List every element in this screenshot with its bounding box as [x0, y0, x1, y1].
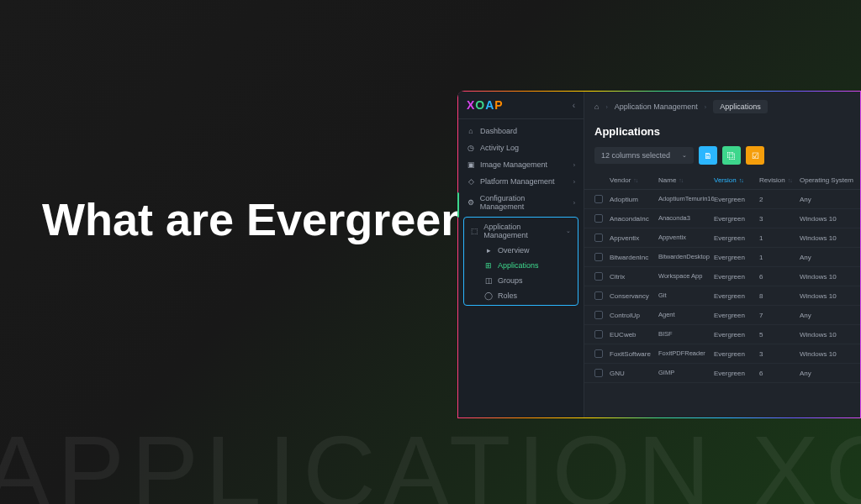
col-header-name[interactable]: Name↑↓	[658, 176, 714, 184]
cell-version: Evergreen	[714, 349, 759, 358]
sort-icon: ↑↓	[633, 177, 637, 183]
cell-os: Windows 10	[800, 234, 860, 242]
col-header-vendor[interactable]: Vendor↑↓	[610, 176, 658, 184]
nav-icon: ◫	[484, 276, 493, 285]
cell-vendor: ControlUp	[610, 311, 658, 319]
sort-icon: ↑↓	[739, 177, 743, 183]
row-checkbox[interactable]	[594, 291, 603, 300]
sidebar-collapse-icon[interactable]: ‹	[573, 101, 575, 110]
row-checkbox[interactable]	[594, 195, 603, 203]
cell-name: Git	[658, 291, 714, 300]
chevron-down-icon: ⌄	[566, 228, 571, 234]
table-row[interactable]: AdoptiumAdoptiumTemurin16Evergreen2Any	[584, 190, 860, 209]
row-checkbox[interactable]	[594, 369, 603, 377]
cell-revision: 3	[759, 349, 800, 358]
chevron-right-icon: ›	[573, 200, 575, 206]
cell-revision: 1	[759, 234, 800, 242]
table-row[interactable]: CitrixWorkspace AppEvergreen6Windows 10	[584, 267, 860, 286]
cell-name: BISF	[658, 330, 714, 339]
col-header-revision[interactable]: Revision↑↓	[759, 176, 800, 184]
copy-button[interactable]: ⿻	[722, 146, 741, 165]
sidebar-sub-roles[interactable]: ◯Roles	[464, 288, 578, 303]
cell-os: Windows 10	[800, 272, 860, 281]
row-checkbox[interactable]	[594, 272, 603, 281]
col-header-version[interactable]: Version↑↓	[714, 176, 759, 184]
table-row[interactable]: ControlUpAgentEvergreen7Any	[584, 306, 860, 325]
cell-revision: 7	[759, 311, 800, 319]
sidebar-item-application-management[interactable]: ⬚Application Management⌄	[464, 219, 578, 243]
cell-version: Evergreen	[714, 330, 759, 339]
row-checkbox[interactable]	[594, 253, 603, 261]
cell-version: Evergreen	[714, 195, 759, 203]
app-window: XOAP ‹ ⌂Dashboard◷Activity Log▣Image Man…	[457, 91, 861, 418]
nav-icon: ⊞	[484, 261, 493, 270]
table-row[interactable]: AppventixAppventixEvergreen1Windows 10	[584, 228, 860, 248]
row-checkbox[interactable]	[594, 234, 603, 242]
cell-os: Windows 10	[800, 214, 860, 223]
nav-icon: ▣	[467, 160, 475, 169]
cell-os: Windows 10	[800, 330, 860, 339]
sidebar: XOAP ‹ ⌂Dashboard◷Activity Log▣Image Man…	[458, 92, 584, 417]
cell-name: AdoptiumTemurin16	[658, 195, 714, 203]
row-checkbox[interactable]	[594, 214, 603, 223]
table-row[interactable]: ConservancyGitEvergreen8Windows 10	[584, 286, 860, 306]
home-icon[interactable]: ⌂	[594, 102, 599, 111]
table-row[interactable]: AnacondaIncAnaconda3Evergreen3Windows 10	[584, 209, 860, 228]
cell-name: GIMP	[658, 369, 714, 377]
export-button[interactable]: 🗎	[699, 146, 717, 165]
sidebar-item-dashboard[interactable]: ⌂Dashboard	[458, 123, 584, 139]
cell-os: Any	[800, 195, 860, 203]
row-checkbox[interactable]	[594, 311, 603, 319]
cell-vendor: EUCweb	[610, 330, 658, 339]
columns-selector[interactable]: 12 columns selected ⌄	[594, 147, 694, 164]
sidebar-sub-overview[interactable]: ▸Overview	[464, 243, 578, 258]
table-row[interactable]: BitwardenIncBitwardenDesktopEvergreen1An…	[584, 248, 860, 267]
confirm-button[interactable]: ☑	[746, 146, 764, 165]
nav-icon: ◯	[484, 291, 493, 300]
chevron-down-icon: ⌄	[682, 152, 687, 159]
cell-vendor: Adoptium	[610, 195, 658, 203]
cell-version: Evergreen	[714, 291, 759, 300]
cell-revision: 8	[759, 291, 800, 300]
table-row[interactable]: EUCwebBISFEvergreen5Windows 10	[584, 325, 860, 344]
cell-revision: 6	[759, 272, 800, 281]
cell-name: Workspace App	[658, 272, 714, 281]
nav-icon: ⬚	[471, 227, 478, 235]
cell-os: Windows 10	[800, 291, 860, 300]
row-checkbox[interactable]	[594, 349, 603, 358]
cell-version: Evergreen	[714, 311, 759, 319]
page-title: Applications	[584, 122, 860, 146]
sidebar-item-platform-management[interactable]: ◇Platform Management›	[458, 173, 584, 190]
breadcrumb-mid[interactable]: Application Management	[615, 102, 698, 111]
copy-icon: ⿻	[727, 151, 736, 160]
sidebar-item-activity-log[interactable]: ◷Activity Log	[458, 139, 584, 156]
applications-table: Vendor↑↓ Name↑↓ Version↑↓ Revision↑↓ Ope…	[584, 171, 860, 417]
breadcrumb-active: Applications	[713, 100, 768, 113]
cell-name: Agent	[658, 311, 714, 319]
chevron-right-icon: ›	[705, 104, 706, 110]
cell-version: Evergreen	[714, 369, 759, 377]
nav-icon: ◇	[467, 177, 475, 186]
cell-os: Any	[800, 369, 860, 377]
cell-name: BitwardenDesktop	[658, 253, 714, 261]
sidebar-sub-groups[interactable]: ◫Groups	[464, 273, 578, 288]
cell-version: Evergreen	[714, 234, 759, 242]
sidebar-item-image-management[interactable]: ▣Image Management›	[458, 156, 584, 173]
nav-icon: ◷	[467, 144, 475, 152]
chevron-right-icon: ›	[573, 162, 575, 168]
table-row[interactable]: GNUGIMPEvergreen6Any	[584, 364, 860, 383]
cell-os: Any	[800, 253, 860, 261]
row-checkbox[interactable]	[594, 330, 603, 339]
breadcrumb: ⌂ › Application Management › Application…	[584, 92, 860, 122]
cell-version: Evergreen	[714, 253, 759, 261]
table-row[interactable]: FoxitSoftwareFoxitPDFReaderEvergreen3Win…	[584, 344, 860, 364]
sidebar-sub-applications[interactable]: ⊞Applications	[464, 258, 578, 273]
cell-name: Appventix	[658, 234, 714, 242]
cell-os: Any	[800, 311, 860, 319]
col-header-os[interactable]: Operating System	[800, 176, 860, 184]
cell-vendor: Conservancy	[610, 291, 658, 300]
sidebar-item-configuration-management[interactable]: ⚙Configuration Management›	[458, 190, 584, 215]
cell-vendor: BitwardenInc	[610, 253, 658, 261]
nav-icon: ⌂	[467, 127, 475, 135]
cell-vendor: Citrix	[610, 272, 658, 281]
